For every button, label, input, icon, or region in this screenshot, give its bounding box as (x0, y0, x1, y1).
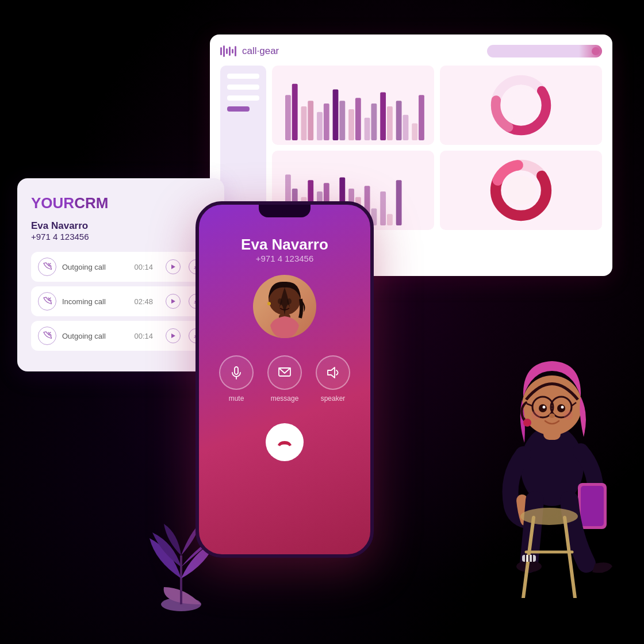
svg-rect-20 (396, 101, 402, 140)
play-btn-2[interactable] (166, 294, 181, 309)
svg-point-75 (531, 411, 540, 420)
mute-label: mute (229, 394, 244, 402)
message-circle (267, 355, 302, 390)
mute-circle (219, 355, 254, 390)
svg-rect-3 (229, 47, 231, 56)
svg-rect-21 (403, 115, 409, 140)
svg-rect-17 (371, 103, 377, 140)
svg-rect-6 (285, 95, 291, 140)
mute-button[interactable]: mute (219, 355, 254, 402)
call-duration-2: 02:48 (134, 297, 153, 306)
call-type-3: Outgoing call (62, 332, 128, 340)
call-log-item-2: Incoming call 02:48 (31, 286, 210, 316)
call-log-item-1: Outgoing call 00:14 (31, 252, 210, 282)
svg-point-72 (543, 406, 546, 409)
donut-chart-bottom (440, 151, 602, 230)
svg-rect-5 (235, 46, 236, 56)
speaker-button[interactable]: speaker (316, 355, 350, 402)
svg-rect-40 (380, 191, 386, 225)
menu-line-2 (227, 85, 259, 90)
crm-card: YOURCRM Eva Navarro +971 4 123456 Outgoi… (17, 178, 224, 371)
svg-rect-2 (226, 48, 228, 54)
menu-line-active (227, 106, 250, 112)
svg-rect-42 (396, 180, 402, 225)
svg-point-46 (506, 175, 535, 205)
svg-point-84 (520, 508, 578, 525)
svg-rect-10 (317, 112, 323, 140)
svg-point-55 (267, 302, 271, 305)
menu-line-3 (227, 95, 259, 101)
phone-contact-number: +971 4 123456 (256, 254, 314, 263)
svg-rect-14 (348, 109, 354, 140)
incoming-call-icon (38, 292, 56, 310)
svg-rect-19 (387, 106, 393, 140)
svg-point-77 (523, 419, 531, 427)
svg-rect-9 (308, 101, 313, 140)
call-type-2: Incoming call (62, 297, 128, 306)
svg-rect-7 (292, 84, 298, 140)
crm-title: YOURCRM (31, 194, 210, 212)
svg-rect-18 (380, 92, 386, 140)
dashboard-header: call·gear (220, 45, 602, 57)
svg-point-74 (549, 413, 555, 418)
message-button[interactable]: message (267, 355, 302, 402)
camera-dot (282, 209, 287, 214)
phone-contact-name: Eva Navarro (241, 236, 328, 254)
svg-marker-60 (328, 367, 335, 378)
svg-point-73 (561, 406, 564, 409)
svg-rect-16 (365, 118, 370, 140)
svg-point-27 (505, 90, 537, 121)
search-bar[interactable] (487, 45, 602, 57)
svg-rect-8 (301, 106, 307, 140)
svg-rect-4 (232, 49, 233, 53)
svg-point-76 (564, 411, 573, 420)
character-illustration (471, 322, 621, 598)
crm-title-plain: YOUR (31, 194, 74, 212)
logo-text: call·gear (242, 45, 279, 57)
menu-line-1 (227, 74, 259, 79)
end-call-button[interactable] (266, 423, 304, 461)
svg-marker-49 (171, 334, 175, 338)
svg-rect-79 (581, 486, 604, 526)
svg-marker-47 (171, 264, 175, 269)
svg-rect-22 (412, 124, 417, 141)
call-duration-3: 00:14 (134, 332, 153, 340)
svg-rect-57 (235, 367, 238, 374)
phone-avatar (253, 275, 316, 338)
svg-rect-13 (339, 101, 345, 140)
play-btn-3[interactable] (166, 328, 181, 343)
svg-point-70 (539, 404, 547, 412)
svg-rect-23 (419, 95, 424, 140)
outgoing-call-icon-1 (38, 258, 56, 276)
svg-rect-0 (220, 47, 222, 55)
phone-mockup: Eva Navarro +971 4 123456 (195, 201, 374, 558)
message-label: message (271, 394, 299, 402)
speaker-label: speaker (321, 394, 346, 402)
call-duration-1: 00:14 (134, 263, 153, 271)
svg-rect-12 (333, 90, 339, 141)
callgear-logo: call·gear (220, 45, 279, 57)
svg-rect-11 (324, 103, 329, 140)
svg-point-71 (557, 404, 565, 412)
phone-controls: mute message speaker (219, 355, 350, 402)
outgoing-call-icon-2 (38, 327, 56, 345)
svg-rect-41 (387, 214, 393, 225)
svg-rect-15 (355, 98, 361, 140)
call-log-item-3: Outgoing call 00:14 (31, 321, 210, 351)
crm-contact-phone: +971 4 123456 (31, 232, 210, 241)
speaker-circle (316, 355, 350, 390)
svg-marker-48 (171, 299, 175, 304)
donut-chart-top (440, 66, 602, 145)
svg-rect-1 (223, 45, 225, 57)
crm-title-bold: CRM (74, 194, 108, 212)
play-btn-1[interactable] (166, 259, 181, 274)
search-dot (592, 47, 600, 55)
bar-chart-top (272, 66, 434, 145)
crm-contact-name: Eva Navarro (31, 220, 210, 232)
call-type-1: Outgoing call (62, 263, 128, 271)
